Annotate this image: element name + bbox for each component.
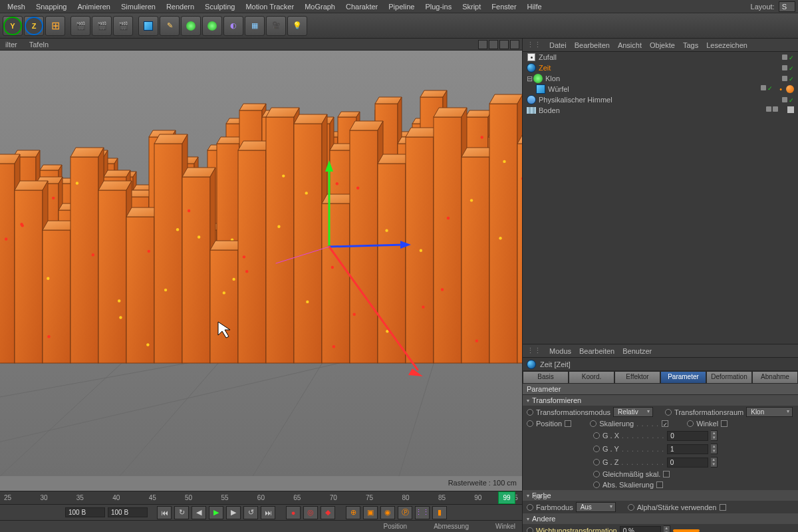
tab-abnahme[interactable]: Abnahme: [752, 371, 798, 383]
radio-position[interactable]: [527, 420, 533, 427]
autokey-button[interactable]: ◎: [303, 506, 318, 519]
attr-menu-modus[interactable]: Modus: [549, 347, 571, 355]
expand-toggle-icon[interactable]: ⊟: [527, 74, 533, 83]
animation-autokey-button[interactable]: 🎬: [92, 16, 112, 36]
menu-sculpting[interactable]: Sculpting: [200, 1, 239, 12]
subsection-transformieren[interactable]: Transformieren: [523, 395, 798, 406]
object-manager[interactable]: Zufall ✓ Zeit ✓ ⊟ Klon ✓ Würfel ✓ •: [523, 52, 798, 344]
radio-gy[interactable]: [593, 446, 600, 452]
viewport-layout-icon[interactable]: [510, 40, 519, 49]
object-row-klon[interactable]: ⊟ Klon ✓: [523, 73, 798, 84]
object-row-zufall[interactable]: Zufall ✓: [523, 52, 798, 63]
tab-basis[interactable]: Basis: [523, 371, 569, 383]
axis-y-button[interactable]: Y: [3, 16, 23, 36]
radio-winkel[interactable]: [687, 420, 694, 427]
checkbox-winkel[interactable]: [721, 420, 728, 427]
object-row-zeit[interactable]: Zeit ✓: [523, 63, 798, 73]
loop-button[interactable]: ↻: [174, 506, 189, 519]
tab-deformation[interactable]: Deformation: [706, 371, 752, 383]
generator-2-button[interactable]: [202, 16, 222, 36]
spinner-gy[interactable]: ▲▼: [711, 444, 718, 454]
goto-start-button[interactable]: ⏮: [157, 506, 172, 519]
object-row-wuerfel[interactable]: Würfel ✓ •: [523, 84, 798, 94]
input-gz[interactable]: [667, 458, 708, 467]
radio-transformmodus[interactable]: [527, 409, 533, 416]
radio-transformraum[interactable]: [665, 409, 672, 416]
radio-gleich[interactable]: [593, 471, 600, 477]
spinner-gx[interactable]: ▲▼: [711, 430, 718, 441]
clip-button[interactable]: ▮: [432, 506, 447, 519]
spline-pen-button[interactable]: ✎: [160, 16, 180, 36]
world-axis-button[interactable]: ⊞: [45, 16, 65, 36]
primitive-cube-button[interactable]: [138, 16, 158, 36]
input-wichtung[interactable]: [620, 526, 661, 533]
step-forward-button[interactable]: ▶: [226, 506, 241, 519]
radio-alpha[interactable]: [628, 504, 634, 511]
input-gx[interactable]: [667, 431, 708, 441]
menu-hilfe[interactable]: Hilfe: [523, 1, 547, 12]
menu-mesh[interactable]: Mesh: [3, 1, 30, 12]
subsection-andere[interactable]: Andere: [523, 513, 798, 524]
rot-filter-button[interactable]: ◉: [380, 506, 395, 519]
viewport-rotate-icon[interactable]: [499, 40, 509, 49]
dropdown-farbmodus[interactable]: Aus: [576, 502, 616, 512]
loop-fwd-button[interactable]: ↺: [243, 506, 258, 519]
layout-dropdown[interactable]: S: [779, 1, 795, 12]
checkbox-gleich[interactable]: [663, 471, 670, 477]
object-row-boden[interactable]: Boden: [523, 105, 798, 116]
objmgr-menu-objekte[interactable]: Objekte: [650, 41, 675, 49]
pla-filter-button[interactable]: ⋮⋮: [415, 506, 430, 519]
attr-menu-benutzer[interactable]: Benutzer: [622, 347, 652, 355]
record-button[interactable]: ●: [286, 506, 301, 519]
dropdown-transformraum[interactable]: Klon: [746, 407, 793, 417]
deformer-button[interactable]: ◐: [223, 16, 243, 36]
menu-charakter[interactable]: Charakter: [341, 1, 382, 12]
animation-key-button[interactable]: 🎬: [113, 16, 133, 36]
timeline-playhead[interactable]: 99: [498, 491, 515, 504]
texture-tag-icon[interactable]: [787, 106, 794, 113]
dropdown-transformmodus[interactable]: Relativ: [613, 407, 653, 417]
menu-motiontracker[interactable]: Motion Tracker: [241, 1, 299, 12]
radio-abs[interactable]: [593, 481, 600, 488]
menu-animieren[interactable]: Animieren: [72, 1, 115, 12]
environment-button[interactable]: ▦: [245, 16, 265, 36]
param-filter-button[interactable]: Ⓟ: [398, 506, 412, 519]
checkbox-skalierung[interactable]: [662, 420, 668, 427]
spinner-gz[interactable]: ▲▼: [711, 457, 718, 467]
goto-end-button[interactable]: ⏭: [261, 506, 275, 519]
animation-record-button[interactable]: 🎬: [70, 16, 90, 36]
slider-wichtung[interactable]: [673, 529, 700, 532]
viewport-move-icon[interactable]: [478, 40, 487, 49]
viewport-zoom-icon[interactable]: [489, 40, 498, 49]
radio-wichtung[interactable]: [527, 527, 533, 532]
tab-parameter[interactable]: Parameter: [660, 371, 706, 383]
viewport-menu-filter[interactable]: ilter: [3, 40, 20, 49]
frame-start-field[interactable]: [65, 507, 105, 517]
menu-skript[interactable]: Skript: [458, 1, 485, 12]
menu-plugins[interactable]: Plug-ins: [420, 1, 456, 12]
menu-fenster[interactable]: Fenster: [487, 1, 521, 12]
frame-end-field[interactable]: [108, 507, 148, 517]
checkbox-abs[interactable]: [656, 481, 663, 488]
play-button[interactable]: ▶: [209, 506, 223, 519]
menu-mograph[interactable]: MoGraph: [300, 1, 340, 12]
radio-gz[interactable]: [593, 459, 600, 466]
objmgr-menu-lesezeichen[interactable]: Lesezeichen: [706, 41, 747, 49]
menu-pipeline[interactable]: Pipeline: [384, 1, 419, 12]
camera-button[interactable]: 🎥: [266, 16, 286, 36]
objmgr-menu-tags[interactable]: Tags: [683, 41, 698, 49]
light-button[interactable]: 💡: [287, 16, 307, 36]
pos-filter-button[interactable]: ⊕: [346, 506, 360, 519]
generator-button[interactable]: [181, 16, 201, 36]
input-gy[interactable]: [667, 444, 708, 454]
object-row-himmel[interactable]: Physikalischer Himmel ✓: [523, 94, 798, 105]
checkbox-alpha[interactable]: [720, 504, 726, 511]
tab-effektor[interactable]: Effektor: [614, 371, 660, 383]
menu-snapping[interactable]: Snapping: [31, 1, 72, 12]
subsection-farbe[interactable]: Farbe: [523, 490, 798, 501]
menu-rendern[interactable]: Rendern: [162, 1, 199, 12]
scale-filter-button[interactable]: ▣: [363, 506, 378, 519]
3d-viewport[interactable]: Rasterweite : 100 cm: [0, 51, 522, 491]
attr-menu-bearbeiten[interactable]: Bearbeiten: [579, 347, 614, 355]
material-tag-icon[interactable]: [786, 85, 794, 93]
